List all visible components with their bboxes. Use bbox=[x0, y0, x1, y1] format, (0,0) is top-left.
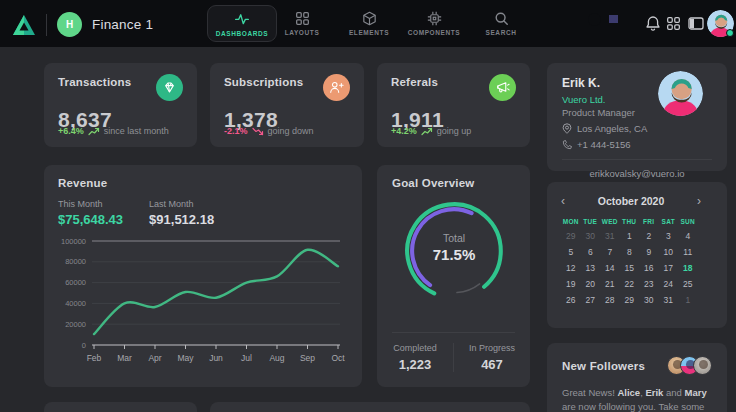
calendar-day[interactable]: 1 bbox=[620, 231, 640, 241]
tab-dashboards[interactable]: DASHBOARDS bbox=[207, 5, 277, 42]
cube-icon bbox=[362, 11, 377, 26]
revenue-last-month-value: $91,512.18 bbox=[149, 212, 214, 227]
calendar-next-button[interactable]: › bbox=[687, 194, 701, 208]
follower-avatars bbox=[673, 356, 712, 375]
project-badge[interactable]: H bbox=[57, 12, 82, 37]
calendar-day[interactable]: 18 bbox=[678, 263, 698, 273]
calendar-day[interactable]: 5 bbox=[561, 247, 581, 257]
online-status-dot bbox=[726, 29, 734, 37]
calendar-day[interactable]: 8 bbox=[620, 247, 640, 257]
svg-text:0: 0 bbox=[82, 341, 86, 350]
follower-avatar[interactable] bbox=[693, 356, 712, 375]
calendar-day[interactable]: 15 bbox=[620, 263, 640, 273]
svg-text:Sep: Sep bbox=[300, 353, 315, 363]
panel-icon[interactable] bbox=[688, 17, 704, 30]
calendar-day[interactable]: 13 bbox=[581, 263, 601, 273]
calendar-day[interactable]: 20 bbox=[581, 279, 601, 289]
calendar-day[interactable]: 27 bbox=[581, 295, 601, 305]
profile-avatar bbox=[658, 71, 703, 116]
calendar-day[interactable]: 16 bbox=[639, 263, 659, 273]
calendar-day[interactable]: 7 bbox=[600, 247, 620, 257]
calendar-day[interactable]: 10 bbox=[659, 247, 679, 257]
calendar-day[interactable]: 1 bbox=[678, 295, 698, 305]
stat-note: since last month bbox=[104, 126, 169, 136]
calendar-day[interactable]: 11 bbox=[678, 247, 698, 257]
svg-text:60000: 60000 bbox=[65, 278, 86, 287]
revenue-this-month-value: $75,648.43 bbox=[58, 212, 123, 227]
svg-text:Jul: Jul bbox=[241, 353, 252, 363]
map-pin-icon bbox=[562, 123, 572, 134]
calendar-day[interactable]: 3 bbox=[659, 231, 679, 241]
calendar-day[interactable]: 24 bbox=[659, 279, 679, 289]
follower-name: Alice bbox=[617, 387, 640, 398]
card-revenue: Revenue This Month $75,648.43 Last Month… bbox=[44, 165, 362, 387]
calendar-day-name: MON bbox=[561, 218, 581, 225]
calendar-day[interactable]: 29 bbox=[561, 231, 581, 241]
followers-title: New Followers bbox=[562, 360, 645, 372]
stat-delta: +4.2% bbox=[391, 126, 417, 136]
tab-search[interactable]: SEARCH bbox=[477, 0, 525, 47]
calendar-day[interactable]: 12 bbox=[561, 263, 581, 273]
calendar-day[interactable]: 29 bbox=[620, 295, 640, 305]
svg-text:Mar: Mar bbox=[117, 353, 132, 363]
card-referals: Referals 1,911 +4.2% going up bbox=[377, 63, 530, 147]
calendar-day[interactable]: 9 bbox=[639, 247, 659, 257]
tab-components[interactable]: COMPONENTS bbox=[404, 0, 464, 47]
svg-text:20000: 20000 bbox=[65, 320, 86, 329]
calendar-day[interactable]: 26 bbox=[561, 295, 581, 305]
calendar-day[interactable]: 22 bbox=[620, 279, 640, 289]
calendar-day[interactable]: 31 bbox=[659, 295, 679, 305]
revenue-line-chart[interactable]: 020000400006000080000100000FebMarAprMayJ… bbox=[56, 233, 350, 375]
calendar-day[interactable]: 28 bbox=[600, 295, 620, 305]
calendar-day-name: SAT bbox=[659, 218, 679, 225]
calendar-day[interactable]: 14 bbox=[600, 263, 620, 273]
svg-text:Apr: Apr bbox=[148, 353, 161, 363]
follower-name: Erik bbox=[645, 387, 663, 398]
goal-completed-value: 1,223 bbox=[377, 357, 453, 372]
calendar-day-name: TUE bbox=[581, 218, 601, 225]
calendar-day[interactable]: 30 bbox=[639, 295, 659, 305]
goal-completed: Completed 1,223 bbox=[377, 343, 453, 372]
calendar-day[interactable]: 30 bbox=[581, 231, 601, 241]
activity-icon bbox=[234, 11, 250, 27]
divider bbox=[562, 159, 712, 160]
search-icon bbox=[494, 11, 509, 26]
card-transactions: Transactions 8,637 +6.4% since last mont… bbox=[44, 63, 197, 147]
goal-gauge-chart: Total 71.5% bbox=[394, 191, 514, 311]
message-text: are now following you. Take some time to… bbox=[562, 401, 704, 412]
tab-layouts[interactable]: LAYOUTS bbox=[275, 0, 329, 47]
bell-icon[interactable] bbox=[645, 15, 661, 32]
vuero-logo-icon[interactable] bbox=[12, 14, 36, 36]
calendar-day[interactable]: 4 bbox=[678, 231, 698, 241]
svg-text:Aug: Aug bbox=[269, 353, 284, 363]
calendar-day[interactable]: 23 bbox=[639, 279, 659, 289]
calendar-day-name: WED bbox=[600, 218, 620, 225]
calendar-grid: MONTUEWEDTHUFRISATSUN2930311234567891011… bbox=[561, 218, 713, 305]
calendar-day[interactable]: 31 bbox=[600, 231, 620, 241]
calendar-day[interactable]: 6 bbox=[581, 247, 601, 257]
brand: H Finance 1 bbox=[12, 12, 153, 37]
revenue-this-month: This Month $75,648.43 bbox=[58, 199, 123, 227]
tab-elements[interactable]: ELEMENTS bbox=[341, 0, 397, 47]
profile-email-link[interactable]: erikkovalsky@vuero.io bbox=[562, 168, 712, 179]
calendar-day[interactable]: 17 bbox=[659, 263, 679, 273]
layout-grid-icon bbox=[295, 11, 310, 26]
calendar-day[interactable]: 25 bbox=[678, 279, 698, 289]
calendar-prev-button[interactable]: ‹ bbox=[561, 194, 575, 208]
calendar-day[interactable]: 2 bbox=[639, 231, 659, 241]
apps-icon[interactable] bbox=[666, 16, 681, 31]
stat-delta: -2.1% bbox=[224, 126, 248, 136]
stat-title: Referals bbox=[391, 76, 438, 88]
stat-note: going down bbox=[268, 126, 314, 136]
trend-down-icon bbox=[252, 127, 264, 136]
calendar-month-label: October 2020 bbox=[575, 195, 687, 207]
stat-title: Subscriptions bbox=[224, 76, 303, 88]
follower-name: Mary bbox=[685, 387, 707, 398]
svg-text:Oct: Oct bbox=[331, 353, 345, 363]
card-partial-left bbox=[44, 402, 197, 412]
calendar-day[interactable]: 19 bbox=[561, 279, 581, 289]
calendar-day[interactable]: 21 bbox=[600, 279, 620, 289]
calendar-day-name: THU bbox=[620, 218, 640, 225]
phone-icon bbox=[562, 140, 572, 150]
divider bbox=[46, 14, 47, 36]
